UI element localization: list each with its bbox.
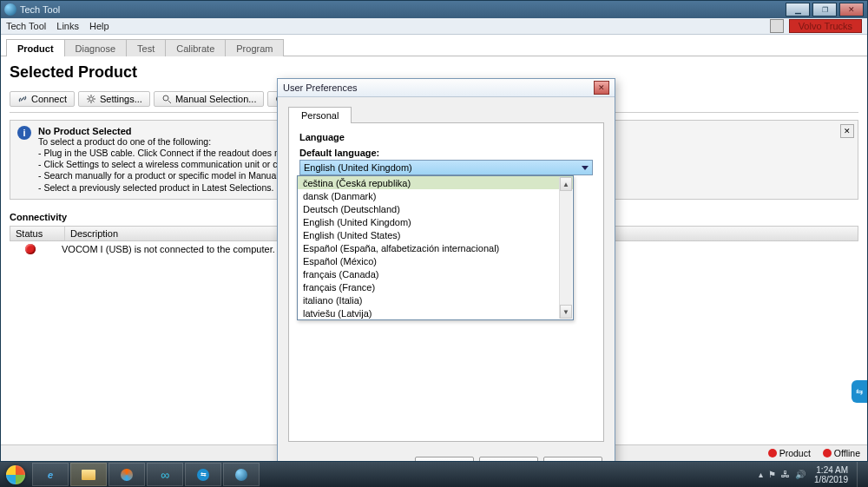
list-item[interactable]: Español (España, alfabetización internac…	[298, 241, 573, 254]
app-icon	[4, 3, 16, 16]
cloud-icon: ∞	[161, 468, 169, 482]
media-icon	[121, 469, 133, 481]
ok-button[interactable]: OK	[479, 457, 538, 461]
tray-clock[interactable]: 1:24 AM 1/8/2019	[811, 465, 852, 484]
titlebar[interactable]: Tech Tool	[1, 1, 867, 18]
help-button[interactable]: Help	[415, 457, 474, 461]
window-title: Tech Tool	[20, 4, 60, 15]
app-window: Tech Tool Tech Tool Links Help Volvo Tru…	[0, 0, 868, 462]
gear-icon	[86, 94, 96, 104]
ie-icon: e	[48, 470, 53, 480]
list-item[interactable]: English (United Kingdom)	[298, 215, 573, 228]
default-language-label: Default language:	[299, 148, 593, 158]
network-icon[interactable]: 🖧	[781, 470, 790, 479]
status-offline: Offline	[823, 448, 860, 458]
list-item[interactable]: English (United States)	[298, 228, 573, 241]
dialog-title: User Preferences	[283, 82, 358, 93]
list-item[interactable]: Deutsch (Deutschland)	[298, 202, 573, 215]
settings-button[interactable]: Settings...	[78, 91, 150, 107]
default-language-combo[interactable]: English (United Kingdom)	[299, 160, 593, 175]
sound-icon[interactable]: 🔊	[795, 470, 806, 479]
brand-label: Volvo Trucks	[789, 19, 862, 33]
task-explorer[interactable]	[70, 463, 107, 486]
flag-icon[interactable]: ⚑	[768, 470, 776, 479]
task-cloud[interactable]: ∞	[147, 463, 183, 486]
list-item[interactable]: français (France)	[298, 280, 573, 293]
menu-help[interactable]: Help	[89, 21, 109, 31]
minimize-button[interactable]	[786, 3, 810, 16]
show-desktop-button[interactable]	[857, 462, 863, 487]
menu-techtool[interactable]: Tech Tool	[6, 21, 46, 31]
teamviewer-side-tab[interactable]: ⇆	[852, 380, 867, 403]
link-icon	[17, 94, 28, 104]
main-tabs: Product Diagnose Test Calibrate Program	[1, 35, 867, 56]
cancel-button[interactable]: Cancel	[543, 457, 602, 461]
dialog-close-button[interactable]: ✕	[594, 81, 609, 95]
list-item[interactable]: čeština (Česká republika)	[298, 176, 573, 189]
teamviewer-icon: ⇆	[197, 469, 209, 481]
task-teamviewer[interactable]: ⇆	[185, 463, 221, 486]
search-icon	[161, 94, 172, 104]
info-close-button[interactable]: ✕	[840, 124, 854, 138]
task-ie[interactable]: e	[32, 463, 69, 486]
list-item[interactable]: Español (México)	[298, 254, 573, 267]
tab-personal[interactable]: Personal	[288, 107, 352, 123]
login-icon[interactable]	[770, 19, 784, 33]
workspace: Product Diagnose Test Calibrate Program …	[1, 35, 867, 461]
window-close-button[interactable]	[839, 3, 864, 16]
start-button[interactable]	[0, 462, 31, 487]
user-preferences-dialog: User Preferences ✕ Personal Language Def…	[277, 78, 615, 461]
tab-product[interactable]: Product	[6, 39, 65, 56]
svg-point-1	[163, 95, 168, 101]
dialog-titlebar[interactable]: User Preferences ✕	[278, 79, 615, 97]
windows-icon	[6, 465, 25, 484]
svg-point-0	[89, 97, 93, 101]
tab-program[interactable]: Program	[225, 39, 284, 56]
dialog-buttons: Help OK Cancel	[278, 451, 615, 461]
scroll-up-button[interactable]: ▲	[560, 177, 572, 191]
task-techtool[interactable]	[223, 463, 260, 486]
language-dropdown[interactable]: čeština (Česká republika) dansk (Danmark…	[297, 175, 574, 320]
chevron-down-icon	[582, 166, 589, 170]
info-icon: i	[17, 126, 31, 140]
maximize-button[interactable]	[812, 3, 837, 16]
folder-icon	[82, 470, 95, 480]
techtool-icon	[235, 469, 247, 481]
scrollbar[interactable]: ▲ ▼	[559, 177, 572, 319]
task-mediaplayer[interactable]	[108, 463, 145, 486]
col-status[interactable]: Status	[10, 227, 65, 240]
taskbar: e ∞ ⇆ ▴ ⚑ 🖧 🔊 1:24 AM 1/8/2019	[0, 462, 868, 487]
list-item[interactable]: latviešu (Latvija)	[298, 306, 573, 319]
combo-value: English (United Kingdom)	[304, 162, 412, 173]
menubar: Tech Tool Links Help Volvo Trucks	[1, 18, 867, 35]
status-product: Product	[768, 448, 811, 458]
menu-links[interactable]: Links	[56, 21, 79, 31]
tab-test[interactable]: Test	[126, 39, 166, 56]
list-item[interactable]: italiano (Italia)	[298, 293, 573, 306]
scroll-down-button[interactable]: ▼	[560, 305, 572, 319]
tray-up-icon[interactable]: ▴	[759, 470, 763, 479]
list-item[interactable]: dansk (Danmark)	[298, 189, 573, 202]
status-error-icon	[25, 244, 36, 254]
list-item[interactable]: français (Canada)	[298, 267, 573, 280]
connect-button[interactable]: Connect	[10, 91, 75, 107]
tab-calibrate[interactable]: Calibrate	[165, 39, 226, 56]
system-tray: ▴ ⚑ 🖧 🔊 1:24 AM 1/8/2019	[753, 462, 868, 487]
row-description: VOCOM I (USB) is not connected to the co…	[62, 244, 275, 254]
tab-diagnose[interactable]: Diagnose	[64, 39, 127, 56]
manual-selection-button[interactable]: Manual Selection...	[154, 91, 265, 107]
group-language-title: Language	[299, 132, 593, 142]
